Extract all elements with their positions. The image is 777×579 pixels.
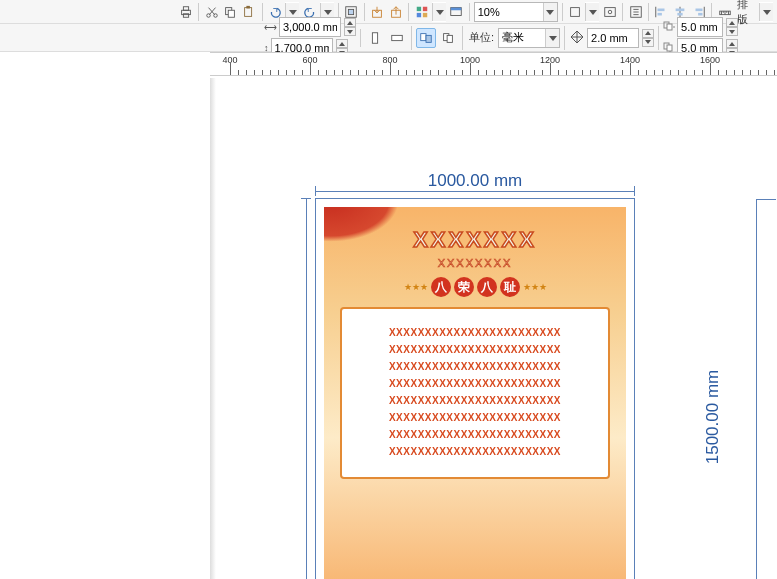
svg-rect-28 [698,12,702,15]
ruler-tick-label: 800 [382,55,397,65]
page-width-icon: ⟷ [264,22,277,32]
svg-rect-7 [245,7,252,16]
layout-dropdown[interactable] [759,2,773,22]
zoom-combo[interactable] [474,2,558,22]
badge-circle: 荣 [454,277,474,297]
svg-rect-8 [247,5,251,8]
poster-line: XXXXXXXXXXXXXXXXXXXXXXXX [352,344,598,355]
separator [564,26,565,50]
units-label: 单位: [469,30,494,45]
welcome-screen-button[interactable] [448,2,465,22]
zoom-dropdown[interactable] [543,3,557,21]
ruler-tick-label: 1000 [460,55,480,65]
fullscreen-button[interactable] [601,2,618,22]
zoom-input[interactable] [475,3,543,21]
landscape-button[interactable] [387,28,407,48]
all-pages-button[interactable] [416,28,436,48]
separator [648,3,649,21]
badge-circle: 八 [431,277,451,297]
separator [198,3,199,21]
svg-rect-37 [667,24,672,30]
units-combo[interactable] [498,28,560,48]
svg-rect-26 [677,12,682,15]
poster-content-box: XXXXXXXXXXXXXXXXXXXXXXXX XXXXXXXXXXXXXXX… [340,307,610,479]
document-frame[interactable]: 1000.00 mm 1500.00 mm 1500.00 mm XXXXXXX… [315,198,635,579]
svg-rect-27 [695,8,702,11]
poster-line: XXXXXXXXXXXXXXXXXXXXXXXX [352,361,598,372]
svg-rect-19 [571,7,580,16]
svg-rect-14 [423,6,427,10]
poster-line: XXXXXXXXXXXXXXXXXXXXXXXX [352,378,598,389]
svg-rect-30 [372,32,377,43]
ruler-tick-label: 1600 [700,55,720,65]
units-dropdown[interactable] [545,29,559,47]
separator [622,3,623,21]
dimension-width-label: 1000.00 mm [428,171,523,191]
adjacent-page-edge [756,199,776,579]
nudge-icon [569,29,585,47]
dup-x-input[interactable] [678,18,722,36]
cut-button[interactable] [203,2,220,22]
page-width-spinner[interactable] [344,18,356,36]
copy-button[interactable] [222,2,239,22]
portrait-button[interactable] [365,28,385,48]
export-button[interactable] [388,2,405,22]
ruler-tick-label: 600 [302,55,317,65]
canvas[interactable]: 图 图网 1000.00 mm 1500.00 mm 1500.00 mm XX… [210,78,777,579]
snap-dropdown[interactable] [585,2,599,22]
poster-line: XXXXXXXXXXXXXXXXXXXXXXXX [352,446,598,457]
print-button[interactable] [177,2,194,22]
nudge-input[interactable] [588,29,638,47]
nudge-combo[interactable] [587,28,639,48]
separator [462,26,463,50]
ruler-horizontal[interactable]: 4006008001000120014001600 [210,52,777,76]
star-icon: ★★★ [404,282,428,292]
svg-rect-31 [392,35,403,40]
poster-title-small: XXXXXXXX [324,257,626,269]
separator [408,3,409,21]
separator [658,26,659,50]
svg-rect-35 [447,35,452,42]
toolbar-row-1: 排版 [0,0,777,24]
current-page-button[interactable] [438,28,458,48]
snap-toggle[interactable] [567,2,584,22]
ruler-tick-label: 1400 [620,55,640,65]
page-width-input[interactable] [280,18,340,36]
dimension-line-left [306,198,307,579]
layout-label: 排版 [737,0,755,27]
separator [364,3,365,21]
units-input[interactable] [499,29,545,47]
options-button[interactable] [627,2,644,22]
svg-rect-32 [421,33,426,40]
svg-rect-16 [423,12,427,16]
dup-x-icon [663,21,675,33]
poster-badge-row: ★★★ 八 荣 八 耻 ★★★ [324,277,626,297]
import-button[interactable] [369,2,386,22]
separator [262,3,263,21]
dup-x-spinner[interactable] [726,18,738,36]
app-launcher-dropdown[interactable] [432,2,446,22]
svg-rect-33 [426,35,431,42]
nudge-spinner[interactable] [642,29,654,47]
separator [411,26,412,50]
badge-circle: 耻 [500,277,520,297]
poster-line: XXXXXXXXXXXXXXXXXXXXXXXX [352,327,598,338]
dimension-line-top [315,191,635,192]
poster-line: XXXXXXXXXXXXXXXXXXXXXXXX [352,395,598,406]
page-shadow [210,78,216,579]
svg-rect-20 [605,7,616,16]
svg-rect-18 [451,7,462,10]
page-width-combo[interactable] [279,17,341,37]
dup-x-combo[interactable] [677,17,723,37]
ruler-tick-label: 1200 [540,55,560,65]
star-icon: ★★★ [523,282,547,292]
dimension-height-label-2: 1500.00 mm [703,370,723,465]
app-launcher-button[interactable] [413,2,430,22]
paste-button[interactable] [241,2,258,22]
svg-rect-13 [416,6,420,10]
svg-rect-23 [658,8,665,11]
svg-rect-24 [658,12,662,15]
badge-circle: 八 [477,277,497,297]
separator [562,3,563,21]
poster-artwork[interactable]: XXXXXXX XXXXXXXX ★★★ 八 荣 八 耻 ★★★ XXXXXXX… [324,207,626,579]
